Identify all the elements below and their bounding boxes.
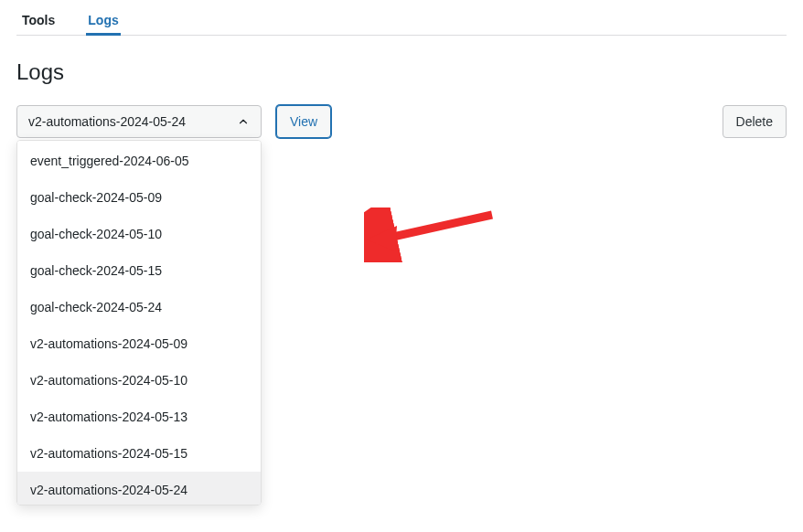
controls-row: v2-automations-2024-05-24 event_triggere…: [16, 105, 787, 138]
dropdown-item[interactable]: v2-automations-2024-05-24: [17, 472, 261, 505]
chevron-up-icon: [237, 115, 250, 128]
dropdown-item[interactable]: event_triggered-2024-06-05: [17, 143, 261, 179]
view-button[interactable]: View: [276, 105, 331, 138]
arrow-annotation-icon: [364, 207, 501, 265]
log-select-dropdown[interactable]: event_triggered-2024-06-05 goal-check-20…: [16, 140, 262, 505]
svg-line-1: [380, 215, 492, 239]
delete-button[interactable]: Delete: [723, 105, 787, 138]
dropdown-item[interactable]: goal-check-2024-05-24: [17, 289, 261, 325]
page-title: Logs: [16, 59, 787, 85]
tabs-bar: Tools Logs: [16, 0, 787, 36]
dropdown-item[interactable]: goal-check-2024-05-15: [17, 252, 261, 289]
dropdown-item[interactable]: v2-automations-2024-05-13: [17, 399, 261, 435]
dropdown-item[interactable]: goal-check-2024-05-09: [17, 179, 261, 216]
dropdown-item[interactable]: goal-check-2024-05-10: [17, 216, 261, 252]
log-select-button[interactable]: v2-automations-2024-05-24: [16, 105, 262, 138]
dropdown-item[interactable]: v2-automations-2024-05-15: [17, 435, 261, 472]
tab-logs[interactable]: Logs: [82, 5, 123, 35]
log-select-value: v2-automations-2024-05-24: [28, 114, 186, 129]
svg-marker-2: [367, 226, 397, 251]
dropdown-item[interactable]: v2-automations-2024-05-10: [17, 362, 261, 399]
dropdown-item[interactable]: v2-automations-2024-05-09: [17, 325, 261, 362]
log-select[interactable]: v2-automations-2024-05-24 event_triggere…: [16, 105, 262, 138]
tab-tools[interactable]: Tools: [16, 5, 60, 35]
